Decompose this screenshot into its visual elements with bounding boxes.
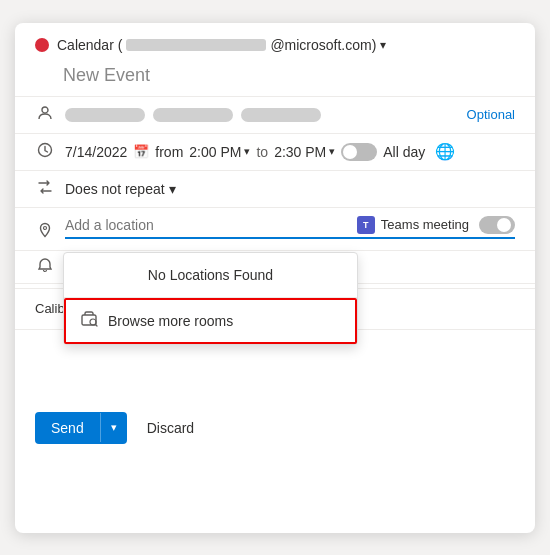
calendar-suffix: @microsoft.com) xyxy=(270,37,376,53)
teams-toggle-knob xyxy=(497,218,511,232)
clock-icon xyxy=(35,142,55,162)
date-text[interactable]: 7/14/2022 xyxy=(65,144,127,160)
browse-rooms-label: Browse more rooms xyxy=(108,313,233,329)
teams-toggle[interactable] xyxy=(479,216,515,234)
teams-icon: T xyxy=(357,216,375,234)
from-label: from xyxy=(155,144,183,160)
to-time-button[interactable]: 2:30 PM ▾ xyxy=(274,144,335,160)
svg-point-0 xyxy=(42,107,48,113)
from-time-chevron: ▾ xyxy=(244,145,250,158)
repeat-label: Does not repeat xyxy=(65,181,165,197)
bell-icon xyxy=(35,257,55,277)
event-card: Calendar ( @microsoft.com) ▾ New Event O… xyxy=(15,23,535,533)
repeat-row: Does not repeat ▾ xyxy=(15,171,535,207)
attendees-content[interactable] xyxy=(65,108,457,122)
to-time-chevron: ▾ xyxy=(329,145,335,158)
to-time-value: 2:30 PM xyxy=(274,144,326,160)
email-blur xyxy=(126,39,266,51)
attendee-pill-3 xyxy=(241,108,321,122)
send-label: Send xyxy=(35,412,100,444)
datetime-row: 7/14/2022 📅 from 2:00 PM ▾ to 2:30 PM ▾ … xyxy=(15,134,535,170)
toggle-knob xyxy=(343,145,357,159)
globe-icon[interactable]: 🌐 xyxy=(435,142,455,161)
calendar-small-icon: 📅 xyxy=(133,144,149,159)
teams-label: Teams meeting xyxy=(381,217,469,232)
discard-button[interactable]: Discard xyxy=(137,412,204,444)
header-row: Calendar ( @microsoft.com) ▾ xyxy=(15,23,535,63)
svg-point-2 xyxy=(44,226,47,229)
allday-toggle[interactable] xyxy=(341,143,377,161)
new-event-label: New Event xyxy=(15,63,535,96)
calendar-dot xyxy=(35,38,49,52)
footer-row: Send ▾ Discard xyxy=(15,400,535,456)
new-event-text: New Event xyxy=(63,65,150,85)
from-time-value: 2:00 PM xyxy=(189,144,241,160)
location-input[interactable] xyxy=(65,217,357,233)
calendar-label: Calendar ( xyxy=(57,37,122,53)
repeat-chevron: ▾ xyxy=(169,181,176,197)
location-row: T Teams meeting No Locations Found xyxy=(15,208,535,250)
repeat-icon xyxy=(35,179,55,199)
attendee-pill-1 xyxy=(65,108,145,122)
attendee-pill-2 xyxy=(153,108,233,122)
teams-meeting-toggle[interactable]: T Teams meeting xyxy=(357,216,515,234)
svg-rect-3 xyxy=(82,315,96,325)
to-label: to xyxy=(256,144,268,160)
calendar-title[interactable]: Calendar ( @microsoft.com) ▾ xyxy=(57,37,386,53)
calendar-chevron[interactable]: ▾ xyxy=(380,38,386,52)
send-chevron-icon[interactable]: ▾ xyxy=(100,413,127,442)
browse-rooms-button[interactable]: Browse more rooms xyxy=(64,298,357,344)
optional-label[interactable]: Optional xyxy=(467,107,515,122)
person-icon xyxy=(35,105,55,125)
attendees-row: Optional xyxy=(15,97,535,133)
allday-label: All day xyxy=(383,144,425,160)
location-dropdown: No Locations Found Browse more rooms xyxy=(63,252,358,345)
date-content: 7/14/2022 📅 from 2:00 PM ▾ to 2:30 PM ▾ … xyxy=(65,142,515,161)
no-locations-text: No Locations Found xyxy=(64,253,357,298)
location-icon xyxy=(35,222,55,242)
send-button[interactable]: Send ▾ xyxy=(35,412,127,444)
browse-rooms-icon xyxy=(80,310,98,332)
repeat-button[interactable]: Does not repeat ▾ xyxy=(65,181,176,197)
from-time-button[interactable]: 2:00 PM ▾ xyxy=(189,144,250,160)
